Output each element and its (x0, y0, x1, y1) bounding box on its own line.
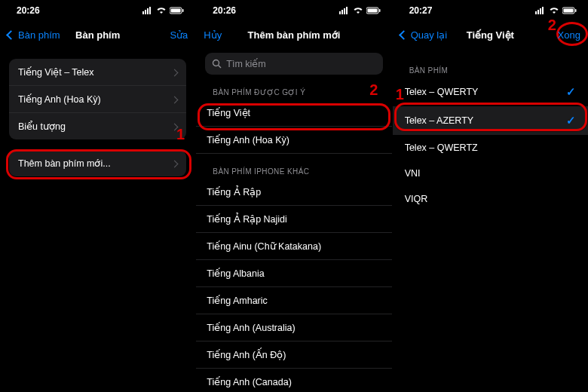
svg-rect-22 (575, 9, 577, 12)
layout-label: VNI (405, 168, 421, 179)
status-bar: 20:27 (393, 0, 588, 21)
language-label: Tiếng Anh (Canada) (207, 376, 291, 387)
chevron-right-icon (172, 67, 177, 78)
status-time: 20:26 (213, 5, 236, 16)
svg-rect-0 (142, 11, 144, 14)
cancel-button[interactable]: Hủy (204, 29, 222, 41)
language-label: Tiếng Việt (207, 107, 250, 118)
layout-row[interactable]: VIQR (393, 186, 588, 212)
svg-rect-10 (346, 7, 348, 14)
language-label: Tiếng Anh (Ấn Độ) (207, 349, 286, 360)
chevron-right-icon (172, 94, 177, 105)
language-row[interactable]: Tiếng Ainu (Chữ Katakana) (196, 233, 391, 260)
section-other: BÀN PHÍM IPHONE KHÁC (196, 154, 391, 179)
svg-rect-19 (542, 7, 544, 14)
screen-keyboards: 20:26 Bàn phím Bàn phím Sửa Tiếng Việt –… (0, 0, 195, 392)
layout-label: Telex – AZERTY (405, 115, 473, 126)
status-bar: 20:26 (196, 0, 391, 21)
language-row[interactable]: Tiếng Albania (196, 260, 391, 287)
svg-rect-13 (379, 9, 381, 12)
checkmark-icon: ✓ (566, 114, 576, 127)
svg-rect-21 (563, 9, 573, 13)
language-label: Tiếng Albania (207, 268, 264, 279)
keyboard-row[interactable]: Tiếng Việt – Telex (9, 59, 186, 85)
nav-bar: Hủy Thêm bàn phím mới (196, 21, 391, 48)
chevron-right-icon (172, 121, 177, 132)
layout-label: Telex – QWERTZ (405, 142, 478, 153)
layout-row[interactable]: Telex – QWERTY✓ (393, 78, 588, 106)
keyboard-label: Biểu tượng (18, 121, 172, 132)
keyboard-label: Tiếng Anh (Hoa Kỳ) (18, 93, 172, 105)
layout-list: Telex – QWERTY✓ Telex – AZERTY✓ Telex – … (393, 78, 588, 212)
chevron-right-icon (172, 158, 177, 169)
layout-row[interactable]: Telex – AZERTY✓ (393, 106, 588, 135)
svg-rect-3 (149, 7, 151, 14)
layout-label: VIQR (405, 194, 428, 204)
language-row[interactable]: Tiếng Amharic (196, 287, 391, 314)
language-label: Tiếng Ả Rập Najidi (207, 213, 287, 225)
language-label: Tiếng Ainu (Chữ Katakana) (207, 240, 321, 252)
nav-bar: Quay lại Tiếng Việt Xong (393, 21, 588, 48)
section-suggested: BÀN PHÍM ĐƯỢC GỢI Ý (196, 75, 391, 100)
svg-rect-1 (145, 10, 146, 14)
svg-line-15 (219, 66, 222, 69)
back-label: Quay lại (411, 29, 447, 41)
language-label: Tiếng Anh (Australia) (207, 322, 295, 333)
language-label: Tiếng Amharic (207, 295, 267, 306)
checkmark-icon: ✓ (566, 85, 576, 99)
status-bar: 20:26 (0, 0, 195, 21)
status-indicators (142, 7, 185, 14)
language-row[interactable]: Tiếng Ả Rập Najidi (196, 206, 391, 233)
keyboard-list: Tiếng Việt – Telex Tiếng Anh (Hoa Kỳ) Bi… (9, 59, 186, 139)
svg-rect-16 (535, 11, 537, 14)
language-row[interactable]: Tiếng Anh (Australia) (196, 314, 391, 341)
status-time: 20:27 (409, 5, 433, 16)
keyboard-label: Tiếng Việt – Telex (18, 66, 172, 78)
svg-rect-9 (344, 8, 345, 14)
language-row[interactable]: Tiếng Anh (Ấn Độ) (196, 341, 391, 369)
search-icon (212, 59, 222, 69)
status-time: 20:26 (17, 5, 40, 16)
section-layouts: BÀN PHÍM (393, 48, 588, 78)
layout-row[interactable]: VNI (393, 161, 588, 186)
done-button[interactable]: Xong (558, 29, 580, 41)
nav-bar: Bàn phím Bàn phím Sửa (0, 21, 195, 48)
add-keyboard-label: Thêm bàn phím mới... (18, 158, 172, 169)
svg-rect-7 (339, 11, 341, 14)
other-list: Tiếng Ả Rập Tiếng Ả Rập Najidi Tiếng Ain… (196, 179, 391, 392)
status-indicators (339, 7, 381, 14)
layout-row[interactable]: Telex – QWERTZ (393, 135, 588, 161)
svg-rect-6 (182, 9, 184, 12)
svg-rect-5 (171, 9, 181, 13)
page-title: Thêm bàn phím mới (196, 29, 391, 41)
add-keyboard-group: Thêm bàn phím mới... (9, 150, 186, 176)
screen-vietnamese-layouts: 20:27 Quay lại Tiếng Việt Xong BÀN PHÍM … (392, 0, 588, 392)
keyboard-row[interactable]: Tiếng Anh (Hoa Kỳ) (9, 85, 186, 112)
language-label: Tiếng Anh (Hoa Kỳ) (207, 134, 289, 145)
svg-rect-17 (537, 10, 539, 14)
search-input[interactable]: Tìm kiếm (205, 53, 382, 75)
language-row[interactable]: Tiếng Ả Rập (196, 179, 391, 206)
layout-label: Telex – QWERTY (405, 87, 479, 97)
status-indicators (535, 7, 577, 14)
back-button[interactable]: Quay lại (400, 29, 447, 41)
back-button[interactable]: Bàn phím (8, 29, 60, 41)
svg-rect-2 (147, 8, 149, 14)
language-row[interactable]: Tiếng Anh (Hoa Kỳ) (196, 127, 391, 154)
keyboard-row[interactable]: Biểu tượng (9, 112, 186, 139)
language-label: Tiếng Ả Rập (207, 186, 261, 198)
language-row[interactable]: Tiếng Anh (Canada) (196, 369, 391, 392)
suggested-list: Tiếng Việt Tiếng Anh (Hoa Kỳ) (196, 100, 391, 154)
screen-add-keyboard: 20:26 Hủy Thêm bàn phím mới Tìm kiếm BÀN… (195, 0, 391, 392)
svg-rect-8 (341, 10, 343, 14)
svg-point-14 (213, 60, 219, 66)
language-row[interactable]: Tiếng Việt (196, 100, 391, 127)
search-placeholder: Tìm kiếm (226, 58, 265, 69)
edit-button[interactable]: Sửa (170, 29, 188, 41)
svg-rect-18 (540, 8, 541, 14)
back-label: Bàn phím (18, 29, 60, 41)
add-keyboard-button[interactable]: Thêm bàn phím mới... (9, 150, 186, 176)
svg-rect-12 (367, 9, 377, 13)
